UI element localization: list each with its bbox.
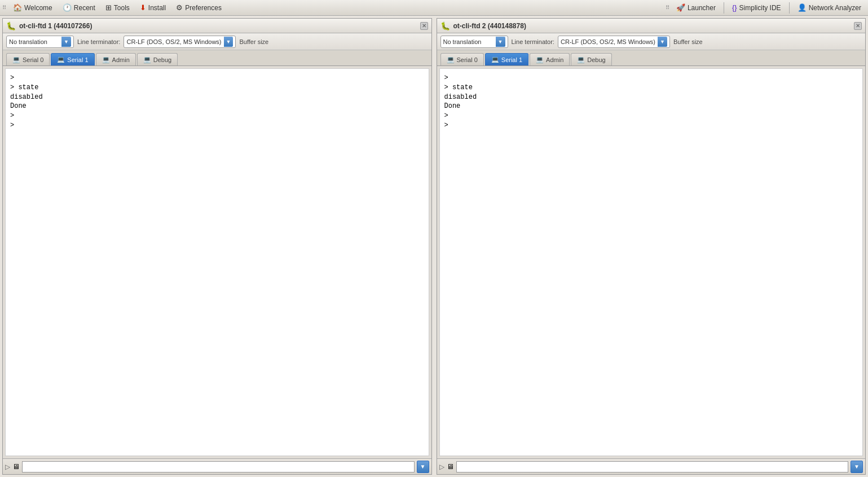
panel-right-title: ot-cli-ftd 2 (440148878) <box>453 22 851 30</box>
panel-right-titlebar: 🐛 ot-cli-ftd 2 (440148878) ✕ <box>437 19 866 33</box>
r-serial0-icon: 💻 <box>447 56 455 63</box>
panel-left-cli-icon: 🖥 <box>12 462 20 471</box>
drag-handle-right: ⠿ <box>666 5 669 11</box>
panel-right-translation-arrow: ▼ <box>496 37 505 47</box>
menu-item-simplicity-ide[interactable]: {} Simplicity IDE <box>728 2 786 13</box>
menu-item-recent[interactable]: 🕐 Recent <box>58 2 100 13</box>
panel-right-toolbar: No translation ▼ Line terminator: CR-LF … <box>437 33 866 50</box>
panel-right-cli-icon: 🖥 <box>447 462 454 471</box>
panel-left-tabs: 💻 Serial 0 💻 Serial 1 💻 Admin 💻 Debug <box>3 50 431 66</box>
menu-item-launcher[interactable]: 🚀 Launcher <box>672 2 720 13</box>
panel-right-translation-select[interactable]: No translation ▼ <box>440 36 508 48</box>
panel-right-line-terminator-label: Line terminator: <box>512 38 554 45</box>
panel-right-tab-serial0[interactable]: 💻 Serial 0 <box>440 53 484 65</box>
panel-right-line-terminator-select[interactable]: CR-LF (DOS, OS/2, MS Windows) ▼ <box>558 36 670 48</box>
panel-left-tab-serial1[interactable]: 💻 Serial 1 <box>51 53 94 65</box>
panel-right-tabs: 💻 Serial 0 💻 Serial 1 💻 Admin 💻 Debug <box>437 50 866 66</box>
panel-left-tab-debug[interactable]: 💻 Debug <box>137 53 178 65</box>
panel-left-titlebar: 🐛 ot-cli-ftd 1 (440107266) ✕ <box>3 19 431 33</box>
menu-item-tools[interactable]: ⊞ Tools <box>101 2 134 13</box>
tools-icon: ⊞ <box>105 3 112 12</box>
panel-right-input-row: ▷ 🖥 ▼ <box>437 458 866 474</box>
panel-right-input[interactable] <box>456 461 849 472</box>
r-debug-icon: 💻 <box>577 56 585 63</box>
panel-left-tab-serial0[interactable]: 💻 Serial 0 <box>6 53 50 65</box>
panel-left-buffer-label: Buffer size <box>239 38 268 45</box>
panel-right-translation-value: No translation <box>443 38 494 45</box>
panel-left-title: ot-cli-ftd 1 (440107266) <box>19 22 417 30</box>
menu-item-install[interactable]: ⬇ Install <box>135 2 170 13</box>
menu-item-preferences[interactable]: ⚙ Preferences <box>171 2 226 13</box>
panel-left-close-button[interactable]: ✕ <box>420 22 428 30</box>
panel-left-terminal: > > state disabled Done > > <box>5 68 429 456</box>
menu-separator-2 <box>789 2 790 14</box>
network-analyzer-icon: 👤 <box>797 3 807 12</box>
panel-right-tab-serial1[interactable]: 💻 Serial 1 <box>485 53 528 65</box>
launcher-icon: 🚀 <box>676 3 685 12</box>
panel-left-line-terminator-arrow: ▼ <box>224 37 233 47</box>
panel-right-line-terminator-value: CR-LF (DOS, OS/2, MS Windows) <box>561 38 655 45</box>
main-area: 🐛 ot-cli-ftd 1 (440107266) ✕ No translat… <box>0 16 868 477</box>
preferences-icon: ⚙ <box>176 3 183 12</box>
panel-left-line-terminator-label: Line terminator: <box>77 38 120 45</box>
menu-separator-1 <box>724 2 724 14</box>
install-icon: ⬇ <box>140 3 146 12</box>
admin-icon: 💻 <box>102 56 110 63</box>
panel-left-translation-arrow: ▼ <box>61 37 71 47</box>
panel-left-line-terminator-value: CR-LF (DOS, OS/2, MS Windows) <box>126 38 221 45</box>
panel-right-send-button[interactable]: ▼ <box>851 461 863 473</box>
home-icon: 🏠 <box>13 3 22 12</box>
panel-right-tab-admin[interactable]: 💻 Admin <box>530 53 570 65</box>
panel-left-send-button[interactable]: ▼ <box>417 461 429 473</box>
panel-right-tab-debug[interactable]: 💻 Debug <box>571 53 611 65</box>
menu-item-welcome[interactable]: 🏠 Welcome <box>8 2 57 13</box>
panel-right: 🐛 ot-cli-ftd 2 (440148878) ✕ No translat… <box>437 18 866 475</box>
panel-left-translation-select[interactable]: No translation ▼ <box>6 36 74 48</box>
menubar-right: ⠿ 🚀 Launcher {} Simplicity IDE 👤 Network… <box>666 2 866 14</box>
simplicity-ide-icon: {} <box>732 3 737 12</box>
drag-handle: ⠿ <box>2 5 6 11</box>
panel-left-device-icon: 🐛 <box>6 21 16 30</box>
r-admin-icon: 💻 <box>536 56 544 63</box>
serial1-icon: 💻 <box>57 56 65 63</box>
panel-right-device-icon: 🐛 <box>440 21 450 30</box>
panel-left: 🐛 ot-cli-ftd 1 (440107266) ✕ No translat… <box>2 18 432 475</box>
panel-right-close-button[interactable]: ✕ <box>854 22 862 30</box>
panel-left-tab-admin[interactable]: 💻 Admin <box>96 53 136 65</box>
r-serial1-icon: 💻 <box>491 56 499 63</box>
serial0-icon: 💻 <box>12 56 20 63</box>
panel-right-buffer-label: Buffer size <box>673 38 703 45</box>
panel-right-terminal: > > state disabled Done > > <box>439 68 863 456</box>
panel-right-line-terminator-arrow: ▼ <box>658 37 667 47</box>
panel-left-line-terminator-select[interactable]: CR-LF (DOS, OS/2, MS Windows) ▼ <box>124 36 236 48</box>
panel-right-prompt-icon: ▷ <box>439 463 444 471</box>
panel-left-input[interactable] <box>22 461 415 472</box>
menu-item-network-analyzer[interactable]: 👤 Network Analyzer <box>793 2 866 13</box>
panel-left-prompt-icon: ▷ <box>5 463 10 471</box>
debug-icon: 💻 <box>143 56 151 63</box>
menubar-left: ⠿ 🏠 Welcome 🕐 Recent ⊞ Tools ⬇ Install ⚙… <box>2 2 666 13</box>
panel-left-toolbar: No translation ▼ Line terminator: CR-LF … <box>3 33 431 50</box>
menubar: ⠿ 🏠 Welcome 🕐 Recent ⊞ Tools ⬇ Install ⚙… <box>0 0 868 16</box>
panel-left-input-row: ▷ 🖥 ▼ <box>3 458 431 474</box>
panel-left-translation-value: No translation <box>9 38 59 45</box>
recent-icon: 🕐 <box>63 3 72 12</box>
